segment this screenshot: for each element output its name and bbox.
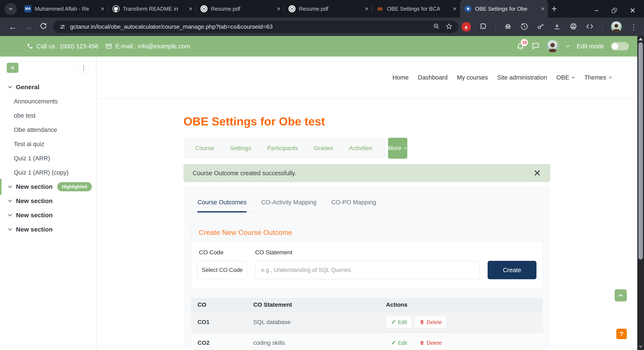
window-close-button[interactable]: ✕ — [630, 6, 636, 15]
co-statement-label: CO Statement — [255, 249, 292, 256]
browser-tab-5[interactable]: in OBE Settings for BCA × — [372, 0, 460, 17]
browser-tab-4[interactable]: Resume.pdf × — [284, 0, 372, 17]
downloads-icon[interactable] — [553, 22, 561, 31]
url-text[interactable]: gctanur.in/local/obe_autocalculator/cour… — [70, 23, 427, 30]
sidebar-item-obe-test[interactable]: obe test — [0, 108, 96, 123]
tab-close-icon[interactable]: × — [453, 5, 456, 12]
pdf-favicon — [288, 5, 296, 12]
back-button[interactable]: ← — [8, 22, 17, 32]
tab-co-activity-mapping[interactable]: CO-Activity Mapping — [261, 199, 316, 212]
tab-title: OBE Settings for BCA — [387, 6, 450, 12]
help-button[interactable]: ? — [616, 329, 627, 339]
chevron-down-icon — [608, 76, 612, 79]
chevron-down-icon — [404, 146, 407, 150]
tab-more-button[interactable]: More — [388, 138, 407, 159]
extensions-puzzle-icon[interactable] — [479, 23, 487, 31]
spy-extension-icon[interactable] — [504, 22, 512, 31]
print-icon[interactable] — [569, 22, 577, 31]
alert-message: Course Outcome created successfully. — [193, 170, 296, 177]
co-code-select[interactable]: Select CO Code — [197, 261, 247, 279]
back-to-top-button[interactable] — [615, 289, 627, 301]
success-alert: Course Outcome created successfully. ✕ — [184, 164, 550, 182]
history-icon[interactable] — [520, 22, 528, 31]
sidebar-item-quiz-1-arr-copy[interactable]: Quiz 1 (ARR) (copy) — [0, 165, 96, 179]
nav-dropdown-obe[interactable]: OBE — [556, 74, 575, 81]
tab-settings[interactable]: Settings — [230, 145, 251, 152]
site-info-icon[interactable] — [59, 23, 66, 30]
sidebar-section-general[interactable]: General — [0, 80, 96, 94]
tab-close-icon[interactable]: × — [365, 5, 368, 12]
page-scrollbar[interactable] — [637, 36, 644, 350]
tab-search-button[interactable] — [4, 3, 17, 15]
bookmark-star-icon[interactable] — [446, 23, 452, 30]
edit-button[interactable]: Edit — [386, 316, 412, 328]
tab-close-icon[interactable]: × — [277, 5, 280, 12]
user-avatar[interactable] — [546, 40, 559, 52]
chevron-down-icon[interactable] — [8, 198, 12, 203]
sidebar-section-new-3[interactable]: New section — [0, 208, 96, 222]
chevron-down-icon[interactable] — [8, 184, 12, 189]
nav-link-dashboard[interactable]: Dashboard — [418, 74, 448, 81]
more-label: More — [388, 145, 402, 152]
sidebar-item-quiz-1-arr[interactable]: Quiz 1 (ARR) — [0, 151, 96, 165]
sidebar-section-new-2[interactable]: New section — [0, 194, 96, 208]
restore-button[interactable] — [612, 8, 617, 13]
tab-close-icon[interactable]: × — [189, 5, 192, 12]
minimize-button[interactable]: − — [594, 6, 599, 15]
drawer-kebab-menu[interactable]: ⋮ — [78, 62, 90, 73]
toggle-knob — [612, 43, 618, 49]
create-button[interactable]: Create — [488, 261, 536, 279]
sidebar-item-obe-attendance[interactable]: Obe attendance — [0, 123, 96, 137]
browser-tab-3[interactable]: Resume.pdf × — [196, 0, 284, 17]
new-tab-button[interactable]: + — [551, 3, 557, 14]
delete-button[interactable]: Delete — [415, 337, 446, 349]
notifications-button[interactable]: 10 — [516, 42, 525, 51]
passwords-key-icon[interactable] — [537, 22, 545, 31]
browser-tab-active[interactable]: OBE Settings for Obe × — [460, 0, 548, 17]
forward-button[interactable]: → — [24, 22, 32, 32]
messages-button[interactable] — [532, 42, 540, 51]
reload-button[interactable] — [40, 22, 47, 32]
tab-close-icon[interactable]: × — [100, 5, 104, 12]
section-label: New section — [16, 212, 52, 219]
tab-co-po-mapping[interactable]: CO-PO Mapping — [331, 199, 376, 212]
tab-course-outcomes[interactable]: Course Outcomes — [198, 199, 246, 212]
header-co-statement: CO Statement — [253, 301, 386, 308]
chevron-down-icon[interactable] — [8, 85, 12, 90]
edit-mode-toggle[interactable] — [611, 42, 629, 50]
zoom-out-icon[interactable] — [433, 23, 440, 30]
browser-profile-avatar[interactable] — [611, 21, 622, 32]
tab-course[interactable]: Course — [195, 145, 214, 152]
chevron-down-icon[interactable] — [8, 227, 12, 232]
scroll-down-arrow[interactable] — [638, 346, 643, 348]
scrollbar-thumb[interactable] — [638, 42, 643, 260]
nav-dropdown-themes[interactable]: Themes — [584, 74, 612, 81]
alert-close-icon[interactable]: ✕ — [533, 169, 541, 178]
co-id: CO2 — [191, 340, 253, 346]
sidebar-section-new-4[interactable]: New section — [0, 222, 96, 237]
tab-grades[interactable]: Grades — [314, 145, 333, 152]
edit-button[interactable]: Edit — [386, 337, 412, 349]
adblock-extension-icon[interactable] — [462, 22, 471, 31]
sidebar-section-new-1[interactable]: New section Highlighted — [0, 179, 96, 194]
co-statement-input[interactable] — [255, 261, 480, 279]
address-bar[interactable]: gctanur.in/local/obe_autocalculator/cour… — [53, 20, 458, 33]
tab-close-icon[interactable]: × — [541, 5, 545, 12]
browser-tab-2[interactable]: Transform README in × — [108, 0, 196, 17]
close-drawer-button[interactable]: ✕ — [7, 63, 18, 73]
code-brackets-icon[interactable] — [586, 22, 594, 31]
delete-button[interactable]: Delete — [415, 316, 446, 328]
browser-tab-1[interactable]: MA Muhammed Aflah - Re × — [20, 0, 108, 17]
nav-link-site-administration[interactable]: Site administration — [497, 74, 547, 81]
nav-link-home[interactable]: Home — [392, 74, 408, 81]
sidebar-item-test-ai-quiz[interactable]: Test ai quiz — [0, 137, 96, 151]
tab-participants[interactable]: Participants — [267, 145, 298, 152]
sidebar-item-announcements[interactable]: Announcements — [0, 94, 96, 108]
browser-menu-kebab-icon[interactable]: ⋮ — [630, 23, 637, 31]
scroll-up-arrow[interactable] — [638, 38, 643, 40]
tab-activities[interactable]: Activities — [349, 145, 372, 152]
user-menu-chevron-icon[interactable] — [566, 44, 570, 49]
nav-link-my-courses[interactable]: My courses — [457, 74, 488, 81]
header-actions: Actions — [386, 301, 542, 308]
chevron-down-icon[interactable] — [8, 213, 12, 218]
